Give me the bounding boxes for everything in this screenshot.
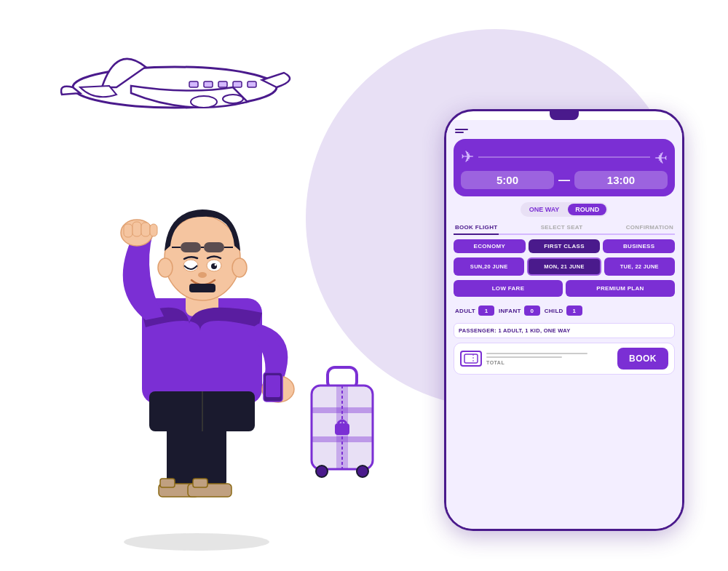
svg-point-45: [316, 466, 328, 477]
svg-rect-48: [312, 407, 373, 413]
one-way-toggle[interactable]: ONE WAY: [522, 204, 567, 215]
infant-label: INFANT: [499, 308, 521, 314]
svg-point-6: [191, 96, 217, 108]
tab-book-flight[interactable]: BOOK FLIGHT: [454, 221, 499, 235]
passenger-summary-text: PASSENGER: 1 ADULT, 1 KID, ONE WAY: [459, 327, 670, 334]
svg-point-33: [158, 258, 173, 277]
total-line-1: [486, 353, 587, 354]
child-count: 1: [572, 308, 575, 314]
hamburger-line-1: [455, 129, 468, 130]
date-selector: SUN,20 JUNE MON, 21 JUNE TUE, 22 JUNE: [454, 257, 675, 276]
svg-rect-49: [312, 436, 373, 442]
adult-group: ADULT 1: [455, 306, 494, 316]
child-counter[interactable]: 1: [566, 306, 582, 316]
book-button[interactable]: BOOK: [617, 348, 668, 370]
svg-rect-3: [218, 81, 227, 87]
route-icons-row: ✈ ✈: [461, 148, 668, 167]
svg-rect-20: [141, 223, 150, 236]
trip-type-toggle: ONE WAY ROUND: [454, 202, 675, 217]
time-boxes-row: 5:00 — 13:00: [461, 171, 668, 189]
passenger-selector: ADULT 1 INFANT 0 CHILD 1: [454, 303, 675, 319]
adult-count: 1: [485, 308, 488, 314]
svg-rect-1: [189, 81, 198, 87]
passenger-info-box: PASSENGER: 1 ADULT, 1 KID, ONE WAY: [454, 323, 675, 338]
ticket-icon: [460, 351, 482, 367]
svg-point-34: [232, 258, 247, 277]
svg-rect-24: [266, 375, 280, 397]
total-label: TOTAL: [486, 360, 613, 365]
svg-rect-21: [150, 224, 157, 236]
svg-rect-4: [233, 81, 242, 87]
class-selector: ECONOMY FIRST CLASS BUSINESS: [454, 239, 675, 253]
arrival-time-box[interactable]: 13:00: [574, 171, 668, 189]
date-mon-btn[interactable]: MON, 21 JUNE: [527, 257, 601, 276]
adult-label: ADULT: [455, 308, 475, 314]
arrival-time: 13:00: [580, 174, 662, 186]
hamburger-line-2: [455, 132, 464, 133]
phone-notch: [550, 111, 579, 120]
total-line-2: [486, 356, 562, 358]
total-info: TOTAL: [486, 353, 613, 365]
arrival-plane-icon: ✈: [654, 148, 668, 167]
svg-rect-5: [248, 81, 256, 87]
premium-plan-btn[interactable]: PREMIUM PLAN: [566, 280, 675, 297]
svg-point-39: [198, 272, 207, 278]
svg-rect-47: [335, 423, 349, 435]
tab-confirmation[interactable]: CONFIRMATION: [625, 221, 675, 233]
infant-count: 0: [530, 308, 533, 314]
infant-group: INFANT 0: [499, 306, 540, 316]
time-separator: —: [558, 174, 570, 187]
low-fare-btn[interactable]: LOW FARE: [454, 280, 563, 297]
svg-rect-18: [124, 224, 132, 237]
airplane-illustration: [58, 15, 291, 145]
infant-counter[interactable]: 0: [524, 306, 540, 316]
svg-rect-29: [204, 242, 224, 252]
departure-time-box[interactable]: 5:00: [461, 171, 554, 189]
hamburger-menu[interactable]: [454, 126, 675, 136]
child-group: CHILD 1: [545, 306, 582, 316]
first-class-btn[interactable]: FIRST CLASS: [529, 239, 601, 253]
toggle-pill: ONE WAY ROUND: [521, 202, 609, 217]
svg-rect-2: [204, 81, 213, 87]
svg-rect-28: [181, 242, 201, 252]
child-label: CHILD: [545, 308, 563, 314]
departure-time: 5:00: [467, 174, 548, 186]
svg-point-7: [223, 95, 243, 103]
tab-navigation: BOOK FLIGHT SELECT SEAT CONFIRMATION: [454, 221, 675, 235]
phone-mockup: ✈ ✈ 5:00 — 13:00 ONE WAY: [444, 109, 684, 531]
svg-point-8: [124, 533, 269, 551]
fare-selector: LOW FARE PREMIUM PLAN: [454, 280, 675, 297]
scene: ✈ ✈ 5:00 — 13:00 ONE WAY: [0, 0, 728, 571]
svg-rect-14: [193, 479, 207, 487]
luggage-illustration: [306, 364, 379, 480]
svg-rect-40: [189, 284, 215, 292]
svg-point-38: [215, 264, 217, 266]
svg-rect-50: [464, 354, 478, 363]
route-line: [478, 156, 650, 158]
phone-inner: ✈ ✈ 5:00 — 13:00 ONE WAY: [446, 120, 682, 529]
flight-route-card: ✈ ✈ 5:00 — 13:00: [454, 139, 675, 196]
svg-point-46: [357, 466, 368, 477]
tab-select-seat[interactable]: SELECT SEAT: [539, 221, 585, 233]
date-sun-btn[interactable]: SUN,20 JUNE: [454, 257, 524, 276]
svg-rect-19: [132, 222, 141, 236]
business-class-btn[interactable]: BUSINESS: [603, 239, 675, 253]
departure-plane-icon: ✈: [461, 148, 474, 167]
round-toggle[interactable]: ROUND: [568, 204, 606, 215]
booking-footer: TOTAL BOOK: [454, 343, 675, 375]
economy-class-btn[interactable]: ECONOMY: [454, 239, 526, 253]
date-tue-btn[interactable]: TUE, 22 JUNE: [604, 257, 675, 276]
svg-rect-12: [160, 479, 175, 487]
adult-counter[interactable]: 1: [478, 306, 494, 316]
person-illustration: [73, 131, 320, 553]
